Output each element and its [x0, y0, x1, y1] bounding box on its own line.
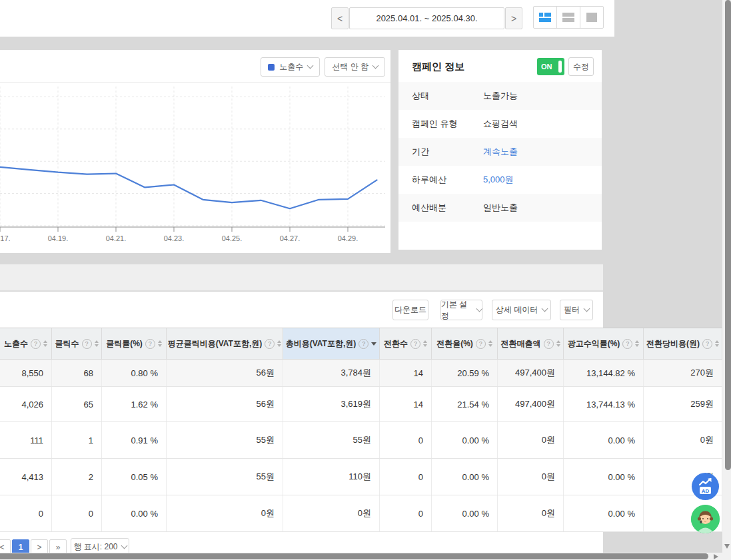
column-header-2[interactable]: 클릭수? [52, 328, 102, 359]
table-cell: 4,413 [0, 459, 52, 495]
table-cell: 0원 [498, 459, 564, 495]
svg-text:04.27.: 04.27. [280, 234, 301, 242]
sort-icon [635, 340, 639, 347]
sort-icon [277, 340, 281, 347]
table-row: 4,41320.05 %55원110원00.00 %0원0.00 %0원 [0, 459, 722, 495]
table-cell: 0.00 % [564, 422, 644, 458]
filter-dropdown[interactable]: 필터 [560, 300, 593, 320]
edit-campaign-button[interactable]: 수정 [568, 57, 594, 76]
column-label: 전환매출액 [501, 338, 541, 350]
table-cell: 0 [0, 495, 52, 531]
vertical-scrollbar-thumb[interactable] [725, 0, 731, 470]
table-cell: 0.00 % [564, 495, 644, 531]
basic-settings-dropdown[interactable]: 기본 설정 [440, 300, 482, 320]
campaign-detail-row: 예산배분일반노출 [398, 194, 602, 222]
table-cell: 55원 [167, 422, 283, 458]
chevron-down-icon [307, 63, 314, 69]
chevron-left-icon: < [337, 13, 343, 24]
table-cell: 0원 [283, 495, 380, 531]
ad-report-fab[interactable]: AD [692, 473, 719, 500]
detail-value-link[interactable]: 계속노출 [483, 146, 518, 158]
detail-label: 캠페인 유형 [398, 118, 483, 130]
column-header-8[interactable]: 전환매출액? [498, 328, 564, 359]
secondary-metric-dropdown[interactable]: 선택 안 함 [325, 57, 385, 77]
download-button[interactable]: 다운로드 [392, 300, 428, 320]
help-icon[interactable]: ? [544, 339, 554, 349]
help-icon[interactable]: ? [476, 339, 486, 349]
column-header-4[interactable]: 평균클릭비용(VAT포함,원)? [167, 328, 283, 359]
table-cell: 0.00 % [432, 422, 498, 458]
scroll-right-arrow-icon[interactable] [714, 554, 718, 559]
ad-chart-icon: AD [692, 473, 719, 500]
table-cell: 13,744.13 % [564, 387, 644, 421]
table-cell: 1 [52, 422, 102, 458]
table-cell: 0 [380, 422, 432, 458]
table-cell: 3,619원 [283, 387, 380, 421]
help-icon[interactable]: ? [31, 339, 41, 349]
help-icon[interactable]: ? [265, 339, 275, 349]
campaign-detail-list: 상태노출가능캠페인 유형쇼핑검색기간계속노출하루예산5,000원예산배분일반노출 [398, 82, 602, 222]
double-chevron-right-icon: » [56, 543, 61, 552]
help-icon[interactable]: ? [359, 339, 368, 349]
help-icon[interactable]: ? [622, 339, 632, 349]
help-icon[interactable]: ? [702, 339, 712, 349]
campaign-info-title: 캠페인 정보 [412, 61, 464, 73]
metric-dropdown-label: 노출수 [279, 61, 303, 73]
date-range-field[interactable]: 2025.04.01. ~ 2025.04.30. [349, 7, 504, 29]
table-cell: 14 [380, 360, 432, 386]
detail-value: 쇼핑검색 [483, 118, 518, 130]
table-cell: 0.05 % [102, 459, 167, 495]
table-cell: 0.00 % [564, 459, 644, 495]
scroll-down-arrow-icon[interactable] [724, 544, 730, 549]
table-cell: 55원 [283, 422, 380, 458]
campaign-detail-row: 기간계속노출 [398, 138, 602, 166]
detail-value-link[interactable]: 5,000원 [483, 174, 514, 186]
view-rows-button[interactable] [556, 6, 580, 29]
table-row: 11110.91 %55원55원00.00 %0원0.00 %0원 [0, 422, 722, 459]
table-cell: 0원 [644, 422, 722, 458]
table-cell: 20.59 % [432, 360, 498, 386]
campaign-on-toggle[interactable]: ON [537, 58, 564, 75]
help-icon[interactable]: ? [82, 339, 92, 349]
table-cell: 0 [380, 495, 432, 531]
table-row: 8,550680.80 %56원3,784원1420.59 %497,400원1… [0, 360, 722, 387]
column-header-7[interactable]: 전환율(%)? [432, 328, 498, 359]
svg-text:04.21.: 04.21. [106, 234, 127, 242]
metric-dropdown[interactable]: 노출수 [261, 57, 320, 77]
detail-data-dropdown[interactable]: 상세 데이터 [492, 300, 551, 320]
column-header-6[interactable]: 전환수? [380, 328, 432, 359]
sort-icon [488, 340, 492, 347]
campaign-detail-row: 캠페인 유형쇼핑검색 [398, 110, 602, 138]
support-chat-fab[interactable] [691, 505, 720, 533]
detail-value: 노출가능 [483, 90, 518, 102]
column-label: 노출수 [4, 338, 28, 350]
date-next-button[interactable]: > [505, 7, 522, 29]
svg-text:17.: 17. [0, 234, 10, 242]
table-cell: 497,400원 [498, 387, 564, 421]
table-cell: 0.00 % [432, 459, 498, 495]
column-header-1[interactable]: 노출수? [0, 328, 52, 359]
date-prev-button[interactable]: < [331, 7, 349, 29]
table-cell: 68 [52, 360, 102, 386]
help-icon[interactable]: ? [410, 339, 420, 349]
sort-icon [158, 340, 162, 347]
svg-text:AD: AD [702, 488, 710, 494]
toggle-knob [558, 61, 562, 73]
chevron-down-icon [584, 306, 590, 312]
table-toolbar: 다운로드 기본 설정 상세 데이터 필터 [0, 292, 603, 328]
campaign-detail-row: 상태노출가능 [398, 82, 602, 110]
help-icon[interactable]: ? [145, 339, 155, 349]
view-split-button[interactable] [533, 6, 557, 29]
column-header-9[interactable]: 광고수익률(%)? [564, 328, 644, 359]
horizontal-scrollbar-thumb[interactable] [0, 553, 708, 559]
svg-text:04.25.: 04.25. [222, 234, 243, 242]
column-header-3[interactable]: 클릭률(%)? [102, 328, 167, 359]
column-header-10[interactable]: 전환당비용(원)? [644, 328, 722, 359]
table-cell: 4,026 [0, 387, 52, 421]
table-cell: 56원 [167, 360, 283, 386]
table-cell: 497,400원 [498, 360, 564, 386]
column-label: 전환수 [384, 338, 408, 350]
toggle-on-label: ON [541, 63, 552, 71]
view-full-button[interactable] [580, 6, 604, 29]
column-header-5[interactable]: 총비용(VAT포함,원)? [283, 328, 380, 359]
